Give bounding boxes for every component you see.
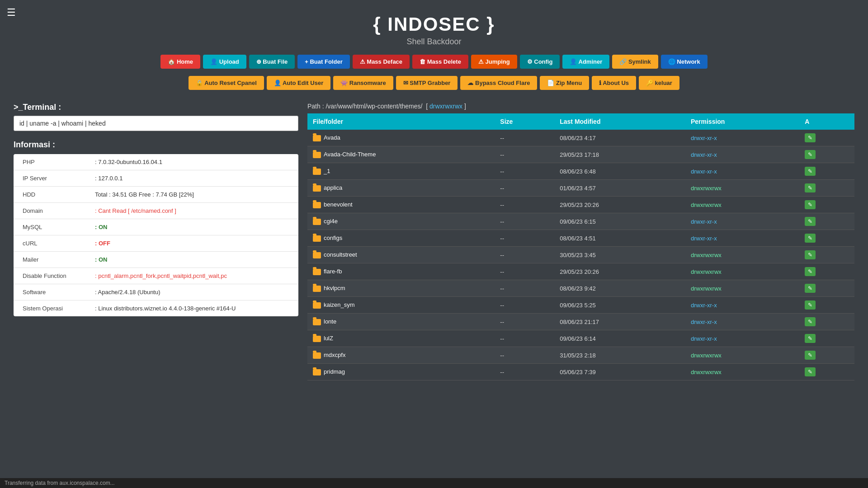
file-action-cell[interactable]: ✎ bbox=[799, 297, 854, 314]
table-row: applica--01/06/23 4:57drwxrwxrwx✎ bbox=[307, 180, 854, 197]
nav2-btn-0[interactable]: 🔒 Auto Reset Cpanel bbox=[189, 76, 264, 90]
info-key: cURL bbox=[23, 240, 95, 247]
file-action-cell[interactable]: ✎ bbox=[799, 197, 854, 213]
file-name-cell[interactable]: Avada-Child-Theme bbox=[307, 146, 495, 163]
nav1-btn-5[interactable]: 🗑 Mass Delete bbox=[412, 55, 468, 69]
file-action-cell[interactable]: ✎ bbox=[799, 247, 854, 263]
file-name-link[interactable]: _1 bbox=[324, 168, 330, 174]
file-name-link[interactable]: lulZ bbox=[324, 335, 333, 342]
file-name-link[interactable]: flare-fb bbox=[324, 268, 342, 275]
nav2-btn-7[interactable]: 🔑 keluar bbox=[639, 76, 679, 90]
file-name-cell[interactable]: mdxcpfx bbox=[307, 347, 495, 364]
nav1-btn-8[interactable]: 👤 Adminer bbox=[562, 55, 609, 69]
file-name-cell[interactable]: _1 bbox=[307, 163, 495, 180]
file-name-cell[interactable]: applica bbox=[307, 180, 495, 197]
table-row: mdxcpfx--31/05/23 2:18drwxrwxrwx✎ bbox=[307, 347, 854, 364]
file-name-link[interactable]: configs bbox=[324, 235, 342, 241]
file-edit-button[interactable]: ✎ bbox=[805, 250, 816, 259]
info-val: : OFF bbox=[95, 240, 110, 247]
file-action-cell[interactable]: ✎ bbox=[799, 230, 854, 247]
file-name-link[interactable]: lonte bbox=[324, 318, 336, 325]
file-name-cell[interactable]: flare-fb bbox=[307, 263, 495, 280]
nav2-btn-2[interactable]: 👾 Ransomware bbox=[333, 76, 393, 90]
file-action-cell[interactable]: ✎ bbox=[799, 180, 854, 197]
file-action-cell[interactable]: ✎ bbox=[799, 130, 854, 146]
file-name-link[interactable]: kaizen_sym bbox=[324, 301, 355, 308]
file-size-cell: -- bbox=[495, 347, 554, 364]
file-action-cell[interactable]: ✎ bbox=[799, 364, 854, 380]
file-size-cell: -- bbox=[495, 364, 554, 380]
file-action-cell[interactable]: ✎ bbox=[799, 314, 854, 330]
file-name-cell[interactable]: cgi4e bbox=[307, 213, 495, 230]
file-name-cell[interactable]: consultstreet bbox=[307, 247, 495, 263]
nav1-btn-3[interactable]: + Buat Folder bbox=[297, 55, 349, 69]
file-edit-button[interactable]: ✎ bbox=[805, 167, 816, 176]
file-name-cell[interactable]: kaizen_sym bbox=[307, 297, 495, 314]
nav-row2: 🔒 Auto Reset Cpanel👤 Auto Edit User👾 Ran… bbox=[0, 72, 868, 94]
file-edit-button[interactable]: ✎ bbox=[805, 150, 816, 159]
info-key: PHP bbox=[23, 159, 95, 165]
file-name-cell[interactable]: configs bbox=[307, 230, 495, 247]
nav1-btn-7[interactable]: ⚙ Config bbox=[520, 55, 560, 69]
nav2-btn-4[interactable]: ☁ Bypass Cloud Flare bbox=[460, 76, 537, 90]
file-name-link[interactable]: mdxcpfx bbox=[324, 352, 345, 358]
nav1-btn-1[interactable]: 👤 Upload bbox=[203, 55, 246, 69]
file-name-link[interactable]: benevolent bbox=[324, 201, 353, 208]
file-name-cell[interactable]: benevolent bbox=[307, 197, 495, 213]
file-edit-button[interactable]: ✎ bbox=[805, 334, 816, 343]
file-name-link[interactable]: hkvlpcm bbox=[324, 285, 345, 291]
file-edit-button[interactable]: ✎ bbox=[805, 200, 816, 209]
file-edit-button[interactable]: ✎ bbox=[805, 234, 816, 243]
info-val: : Apache/2.4.18 (Ubuntu) bbox=[95, 289, 160, 296]
nav1-btn-10[interactable]: 🌐 Network bbox=[661, 55, 708, 69]
folder-icon bbox=[313, 269, 321, 275]
file-edit-button[interactable]: ✎ bbox=[805, 284, 816, 293]
info-row: Sistem Operasi: Linux distributors.wizne… bbox=[14, 300, 298, 316]
file-name-link[interactable]: pridmag bbox=[324, 368, 345, 375]
file-edit-button[interactable]: ✎ bbox=[805, 351, 816, 360]
file-name-link[interactable]: Avada bbox=[324, 134, 340, 141]
nav2-btn-3[interactable]: ✉ SMTP Grabber bbox=[396, 76, 458, 90]
file-edit-button[interactable]: ✎ bbox=[805, 300, 816, 310]
file-action-cell[interactable]: ✎ bbox=[799, 163, 854, 180]
hamburger-button[interactable]: ☰ bbox=[7, 7, 16, 19]
file-name-link[interactable]: cgi4e bbox=[324, 218, 338, 225]
file-name-link[interactable]: Avada-Child-Theme bbox=[324, 151, 376, 158]
file-name-cell[interactable]: Avada bbox=[307, 130, 495, 146]
info-table: PHP: 7.0.32-0ubuntu0.16.04.1IP Server: 1… bbox=[14, 154, 298, 316]
file-action-cell[interactable]: ✎ bbox=[799, 263, 854, 280]
nav1-btn-4[interactable]: ⚠ Mass Deface bbox=[353, 55, 410, 69]
file-perm-cell: drwxrwxrwx bbox=[685, 197, 799, 213]
file-edit-button[interactable]: ✎ bbox=[805, 183, 816, 192]
file-edit-button[interactable]: ✎ bbox=[805, 267, 816, 276]
file-edit-button[interactable]: ✎ bbox=[805, 133, 816, 142]
file-name-cell[interactable]: hkvlpcm bbox=[307, 280, 495, 297]
nav2-btn-5[interactable]: 📄 Zip Menu bbox=[540, 76, 589, 90]
file-action-cell[interactable]: ✎ bbox=[799, 280, 854, 297]
file-name-link[interactable]: applica bbox=[324, 184, 342, 191]
table-col-header: Last Modified bbox=[554, 113, 685, 130]
file-edit-button[interactable]: ✎ bbox=[805, 317, 816, 326]
folder-icon bbox=[313, 286, 321, 292]
nav1-btn-2[interactable]: ⊕ Buat File bbox=[249, 55, 295, 69]
nav1-btn-9[interactable]: 🔗 Symlink bbox=[612, 55, 658, 69]
file-action-cell[interactable]: ✎ bbox=[799, 330, 854, 347]
file-name-cell[interactable]: pridmag bbox=[307, 364, 495, 380]
info-row: MySQL: ON bbox=[14, 219, 298, 235]
path-perm[interactable]: drwxrwxrwx bbox=[429, 103, 462, 110]
nav2-btn-6[interactable]: ℹ About Us bbox=[592, 76, 636, 90]
file-action-cell[interactable]: ✎ bbox=[799, 347, 854, 364]
terminal-input[interactable] bbox=[14, 116, 298, 131]
nav1-btn-0[interactable]: 🏠 Home bbox=[160, 55, 200, 69]
nav1-btn-6[interactable]: ⚠ Jumping bbox=[471, 55, 517, 69]
table-row: lonte--08/06/23 21:17drwxr-xr-x✎ bbox=[307, 314, 854, 330]
file-edit-button[interactable]: ✎ bbox=[805, 367, 816, 376]
file-name-cell[interactable]: lonte bbox=[307, 314, 495, 330]
file-name-link[interactable]: consultstreet bbox=[324, 251, 357, 258]
file-action-cell[interactable]: ✎ bbox=[799, 213, 854, 230]
file-edit-button[interactable]: ✎ bbox=[805, 217, 816, 226]
file-name-cell[interactable]: lulZ bbox=[307, 330, 495, 347]
nav2-btn-1[interactable]: 👤 Auto Edit User bbox=[267, 76, 330, 90]
file-action-cell[interactable]: ✎ bbox=[799, 146, 854, 163]
file-perm-cell: drwxr-xr-x bbox=[685, 213, 799, 230]
